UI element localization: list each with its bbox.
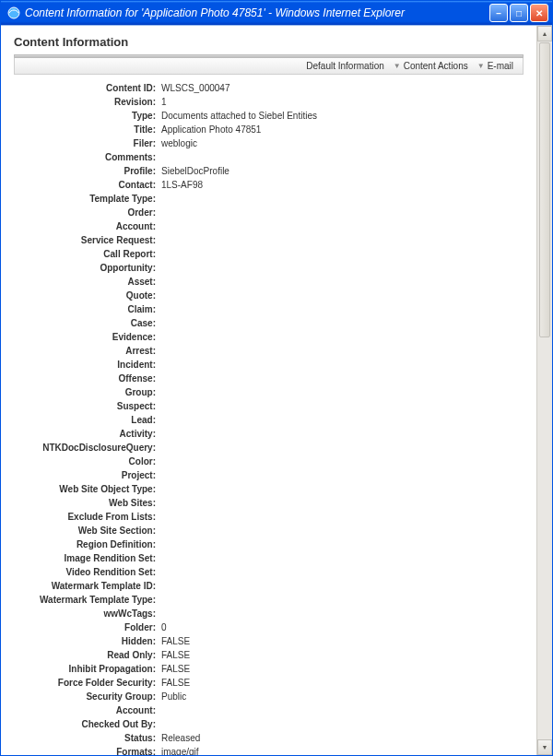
field-row: Account: [14,704,524,717]
field-label: Order: [14,207,161,219]
field-label: Folder: [14,621,161,634]
field-row: Video Rendition Set: [14,566,524,579]
field-value: Documents attached to Siebel Entities [161,110,317,123]
field-row: Opportunity: [14,262,524,275]
field-row: Quote: [14,289,524,302]
field-label: Color: [14,455,161,468]
fields-list: Content ID:WLSCS_000047Revision:1Type:Do… [14,82,524,755]
menu-content-actions[interactable]: ▼ Content Actions [394,61,468,71]
menu-label: E-mail [488,61,513,71]
field-label: Contact: [14,179,161,192]
field-row: Service Request: [14,234,524,247]
field-label: Watermark Template Type: [14,594,161,607]
field-row: Checked Out By: [14,718,524,731]
field-row: Account: [14,220,524,233]
field-row: Lead: [14,414,524,427]
field-label: Project: [14,469,161,482]
field-label: Claim: [14,303,161,316]
field-label: Force Folder Security: [14,677,161,690]
field-label: Hidden: [14,635,161,648]
field-label: Suspect: [14,400,161,413]
field-label: Security Group: [14,691,161,703]
field-value: Public [161,691,186,703]
field-label: Account: [14,220,161,233]
field-value: weblogic [161,137,197,150]
field-row: Web Site Object Type: [14,483,524,496]
field-value: 1LS-AF98 [161,179,203,192]
field-value: 1 [161,96,167,109]
scroll-down-button[interactable]: ▼ [537,739,552,755]
field-label: Profile: [14,165,161,178]
field-label: Offense: [14,372,161,385]
scroll-up-button[interactable]: ▲ [537,26,552,41]
svg-point-0 [8,7,19,18]
field-row: Security Group:Public [14,691,524,703]
menu-email[interactable]: ▼ E-mail [477,61,513,71]
field-value: FALSE [161,635,190,648]
field-row: Image Rendition Set: [14,552,524,565]
field-label: Region Definition: [14,538,161,551]
field-label: Asset: [14,276,161,289]
field-label: Lead: [14,414,161,427]
field-label: Content ID: [14,82,161,95]
field-row: Comments: [14,151,524,164]
field-row: Activity: [14,428,524,441]
field-label: Call Report: [14,248,161,261]
field-row: Arrest: [14,345,524,358]
field-label: Opportunity: [14,262,161,275]
field-row: Web Sites: [14,497,524,510]
field-label: wwWcTags: [14,608,161,620]
field-row: Watermark Template ID: [14,580,524,593]
field-label: Inhibit Propagation: [14,663,161,676]
field-label: Revision: [14,96,161,109]
content-pane: Content Information Default Information … [1,26,536,755]
field-label: Title: [14,124,161,136]
browser-window: Content Information for 'Application Pho… [0,0,553,756]
vertical-scrollbar[interactable]: ▲ ▼ [536,26,552,755]
field-label: Service Request: [14,234,161,247]
field-label: Read Only: [14,649,161,662]
scroll-thumb[interactable] [539,42,550,337]
field-row: Exclude From Lists: [14,511,524,524]
field-label: Watermark Template ID: [14,580,161,593]
field-row: Order: [14,207,524,219]
field-row: Watermark Template Type: [14,594,524,607]
window-title: Content Information for 'Application Pho… [25,6,489,19]
field-value: SiebelDocProfile [161,165,229,178]
field-row: Offense: [14,372,524,385]
field-row: Formats:image/gif [14,746,524,755]
menu-default-information[interactable]: Default Information [306,61,384,71]
field-label: Quote: [14,289,161,302]
menu-label: Default Information [306,61,384,71]
field-label: Case: [14,317,161,330]
chevron-down-icon: ▼ [394,62,401,70]
field-row: Revision:1 [14,96,524,109]
field-row: Inhibit Propagation:FALSE [14,663,524,676]
field-label: Comments: [14,151,161,164]
field-label: Web Sites: [14,497,161,510]
field-label: Status: [14,732,161,745]
field-label: Formats: [14,746,161,755]
field-label: Template Type: [14,193,161,206]
field-value: Application Photo 47851 [161,124,261,136]
field-row: Group: [14,386,524,399]
chevron-down-icon: ▼ [477,62,485,70]
field-row: Asset: [14,276,524,289]
minimize-button[interactable]: – [489,4,508,22]
field-label: Incident: [14,359,161,372]
close-button[interactable]: ✕ [530,4,548,22]
field-row: Contact:1LS-AF98 [14,179,524,192]
action-menubar: Default Information ▼ Content Actions ▼ … [14,58,524,75]
field-row: Profile:SiebelDocProfile [14,165,524,178]
field-value: 0 [161,621,167,634]
field-row: Hidden:FALSE [14,635,524,648]
field-label: Type: [14,110,161,123]
field-row: Region Definition: [14,538,524,551]
field-row: Color: [14,455,524,468]
field-row: Web Site Section: [14,525,524,537]
window-titlebar: Content Information for 'Application Pho… [1,1,552,25]
maximize-button[interactable]: □ [510,4,528,22]
field-label: Exclude From Lists: [14,511,161,524]
field-label: Video Rendition Set: [14,566,161,579]
field-label: Checked Out By: [14,718,161,731]
